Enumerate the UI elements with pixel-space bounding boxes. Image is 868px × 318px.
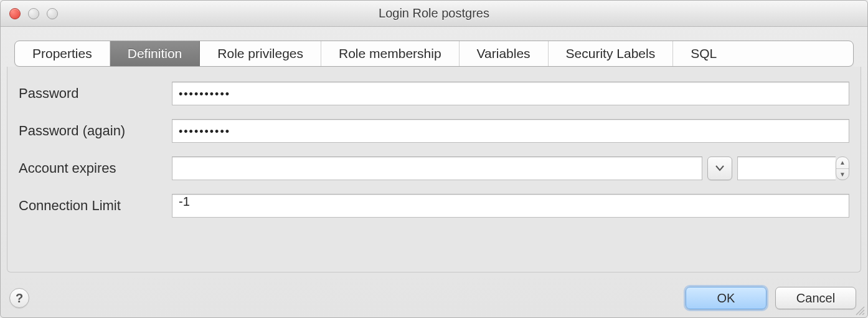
password-again-field[interactable]: •••••••••• xyxy=(172,119,849,143)
button-label: OK xyxy=(717,291,735,305)
tab-role-privileges[interactable]: Role privileges xyxy=(200,41,321,66)
tab-security-labels[interactable]: Security Labels xyxy=(549,41,674,66)
connection-limit-label: Connection Limit xyxy=(19,198,163,214)
spin-down-button[interactable]: ▼ xyxy=(836,169,849,180)
tab-bar: Properties Definition Role privileges Ro… xyxy=(14,41,854,67)
tab-label: SQL xyxy=(691,46,717,61)
resize-grip-icon[interactable] xyxy=(854,304,865,315)
help-icon: ? xyxy=(16,291,23,306)
tab-variables[interactable]: Variables xyxy=(460,41,549,66)
button-label: Cancel xyxy=(796,291,835,305)
account-expires-dropdown-button[interactable] xyxy=(707,157,732,180)
dialog-window: Login Role postgres Properties Definitio… xyxy=(0,0,868,318)
account-expires-spin-field[interactable] xyxy=(737,157,836,180)
password-again-label: Password (again) xyxy=(19,123,163,139)
chevron-down-icon xyxy=(715,165,724,171)
window-title: Login Role postgres xyxy=(1,6,867,21)
tab-properties[interactable]: Properties xyxy=(15,41,110,66)
tab-role-membership[interactable]: Role membership xyxy=(321,41,460,66)
password-field[interactable]: •••••••••• xyxy=(172,82,849,105)
tab-sql[interactable]: SQL xyxy=(673,41,734,66)
tab-label: Variables xyxy=(477,46,531,61)
spin-up-button[interactable]: ▲ xyxy=(836,157,849,169)
tab-label: Role privileges xyxy=(217,46,303,61)
form-panel: Password •••••••••• Password (again) •••… xyxy=(7,67,861,272)
cancel-button[interactable]: Cancel xyxy=(775,287,856,309)
account-expires-field[interactable] xyxy=(172,157,702,180)
tab-label: Definition xyxy=(128,46,182,61)
ok-button[interactable]: OK xyxy=(686,287,767,309)
titlebar: Login Role postgres xyxy=(1,1,867,27)
svg-line-2 xyxy=(862,313,864,315)
account-expires-spin: ▲ ▼ xyxy=(737,157,849,180)
password-label: Password xyxy=(19,85,163,102)
window-controls xyxy=(1,8,58,19)
help-button[interactable]: ? xyxy=(9,288,29,308)
connection-limit-field[interactable]: -1 xyxy=(172,194,849,218)
minimize-icon[interactable] xyxy=(28,8,39,19)
close-icon[interactable] xyxy=(9,8,21,19)
tab-label: Security Labels xyxy=(566,46,656,61)
spin-buttons: ▲ ▼ xyxy=(836,157,849,180)
tab-definition[interactable]: Definition xyxy=(110,41,200,66)
dialog-footer: ? OK Cancel xyxy=(1,279,867,317)
account-expires-label: Account expires xyxy=(19,160,163,176)
tab-label: Properties xyxy=(32,46,92,61)
zoom-icon[interactable] xyxy=(47,8,58,19)
tab-label: Role membership xyxy=(339,46,441,61)
